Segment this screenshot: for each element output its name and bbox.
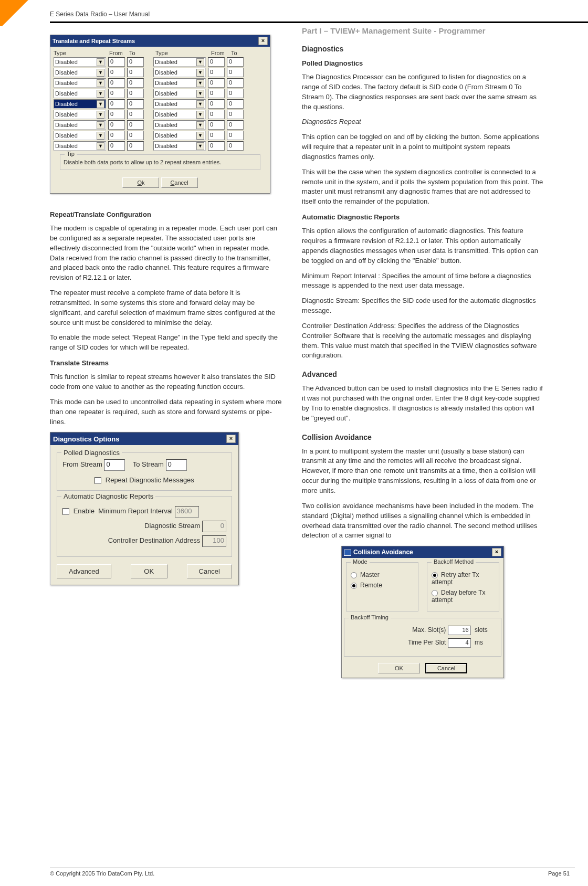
advanced-button[interactable]: Advanced: [57, 564, 111, 578]
from-input[interactable]: 0: [208, 110, 225, 119]
max-slot-label: Max. Slot(s): [383, 626, 446, 634]
type-dropdown[interactable]: Disabled▼: [153, 141, 206, 151]
to-input[interactable]: 0: [127, 99, 144, 109]
to-input[interactable]: 0: [227, 57, 244, 67]
chevron-down-icon: ▼: [196, 100, 204, 108]
type-dropdown[interactable]: Disabled▼: [54, 57, 106, 67]
type-dropdown[interactable]: Disabled▼: [153, 68, 206, 77]
ok-suffix: k: [142, 180, 145, 186]
type-dropdown[interactable]: Disabled▼: [54, 131, 106, 140]
type-dropdown[interactable]: Disabled▼: [54, 68, 106, 77]
to-input[interactable]: 0: [227, 78, 244, 88]
to-input[interactable]: 0: [127, 131, 144, 140]
from-input[interactable]: 0: [108, 110, 125, 119]
max-slot-input[interactable]: 16: [448, 626, 471, 635]
dialog-body: Type From To Type From To Disabled▼00Dis…: [50, 47, 270, 193]
type-dropdown[interactable]: Disabled▼: [153, 89, 206, 98]
cancel-button[interactable]: Cancel: [425, 663, 467, 673]
to-input[interactable]: 0: [127, 68, 144, 77]
from-input[interactable]: 0: [208, 68, 225, 77]
to-input[interactable]: 0: [227, 120, 244, 130]
time-per-slot-input[interactable]: 4: [448, 638, 471, 648]
type-dropdown[interactable]: Disabled▼: [153, 99, 206, 109]
to-input[interactable]: 0: [227, 141, 244, 151]
close-icon[interactable]: ×: [226, 435, 236, 443]
from-input[interactable]: 0: [208, 89, 225, 98]
close-icon[interactable]: ×: [258, 37, 268, 45]
type-dropdown[interactable]: Disabled▼: [153, 120, 206, 130]
to-input[interactable]: 0: [127, 120, 144, 130]
to-input[interactable]: 0: [127, 89, 144, 98]
to-input[interactable]: 0: [227, 99, 244, 109]
diagnostics-options-dialog: Diagnostics Options × Polled Diagnostics…: [50, 432, 239, 585]
to-input[interactable]: 0: [127, 110, 144, 119]
type-dropdown[interactable]: Disabled▼: [54, 78, 106, 88]
auto-p1: This option allows the configuration of …: [302, 226, 543, 266]
from-input[interactable]: 0: [108, 120, 125, 130]
diag-repeat-p2: This will be the case when the system di…: [302, 167, 543, 207]
from-input[interactable]: 0: [108, 99, 125, 109]
from-input[interactable]: 0: [208, 57, 225, 67]
from-input[interactable]: 0: [108, 141, 125, 151]
min-interval-input[interactable]: 3600: [175, 506, 199, 518]
stream-row: Disabled▼00Disabled▼00: [54, 130, 267, 141]
from-input[interactable]: 0: [108, 57, 125, 67]
backoff-timing-fieldset: Backoff Timing Max. Slot(s) 16 slots Tim…: [344, 618, 501, 657]
stream-row: Disabled▼00Disabled▼00: [54, 109, 267, 120]
to-stream-input[interactable]: 0: [166, 459, 187, 471]
header-type: Type: [54, 50, 109, 56]
enable-checkbox[interactable]: [62, 508, 69, 515]
to-input[interactable]: 0: [127, 141, 144, 151]
backoff-delay-radio[interactable]: [432, 590, 438, 596]
diagnostic-stream-input[interactable]: 0: [202, 521, 226, 532]
from-input[interactable]: 0: [208, 99, 225, 109]
ok-button[interactable]: OK: [131, 564, 167, 578]
type-dropdown[interactable]: Disabled▼: [54, 120, 106, 130]
dialog-title: Diagnostics Options: [53, 435, 119, 443]
mode-remote-radio[interactable]: [351, 583, 357, 589]
to-input[interactable]: 0: [127, 78, 144, 88]
type-dropdown[interactable]: Disabled▼: [54, 141, 106, 151]
diagnostic-stream-label: Diagnostic Stream: [144, 522, 200, 530]
controller-addr-input[interactable]: 100: [202, 535, 226, 547]
to-input[interactable]: 0: [227, 131, 244, 140]
from-input[interactable]: 0: [108, 131, 125, 140]
from-input[interactable]: 0: [108, 68, 125, 77]
from-input[interactable]: 0: [208, 131, 225, 140]
from-stream-input[interactable]: 0: [104, 459, 125, 471]
cancel-button[interactable]: Cancel: [187, 564, 232, 578]
type-dropdown[interactable]: Disabled▼: [54, 99, 106, 109]
collision-heading: Collision Avoidance: [302, 433, 543, 441]
chevron-down-icon: ▼: [196, 132, 204, 140]
ok-button[interactable]: OK: [378, 663, 420, 673]
to-input[interactable]: 0: [127, 57, 144, 67]
type-dropdown[interactable]: Disabled▼: [54, 110, 106, 119]
type-dropdown[interactable]: Disabled▼: [153, 57, 206, 67]
repeat-diagnostic-checkbox[interactable]: [94, 477, 101, 484]
controller-addr-label: Controller Destination Address: [108, 536, 201, 544]
to-input[interactable]: 0: [227, 68, 244, 77]
from-input[interactable]: 0: [108, 78, 125, 88]
app-icon: [344, 550, 351, 556]
chevron-down-icon: ▼: [196, 111, 204, 119]
type-dropdown[interactable]: Disabled▼: [153, 131, 206, 140]
mode-master-radio[interactable]: [351, 572, 357, 578]
from-input[interactable]: 0: [208, 120, 225, 130]
from-input[interactable]: 0: [108, 89, 125, 98]
type-value: Disabled: [155, 59, 177, 65]
close-icon[interactable]: ×: [492, 548, 501, 556]
from-input[interactable]: 0: [208, 78, 225, 88]
cancel-button[interactable]: Cancel: [161, 177, 198, 188]
type-dropdown[interactable]: Disabled▼: [153, 78, 206, 88]
type-dropdown[interactable]: Disabled▼: [153, 110, 206, 119]
type-dropdown[interactable]: Disabled▼: [54, 89, 106, 98]
dialog-title: Collision Avoidance: [353, 549, 413, 556]
to-stream-label: To Stream: [133, 460, 164, 468]
to-input[interactable]: 0: [227, 110, 244, 119]
to-input[interactable]: 0: [227, 89, 244, 98]
from-input[interactable]: 0: [208, 141, 225, 151]
backoff-retry-radio[interactable]: [432, 572, 438, 578]
ok-button[interactable]: Ok: [122, 177, 159, 188]
diagnostics-heading: Diagnostics: [302, 45, 543, 53]
translate-p2: This mode can be used to uncontrolled da…: [50, 397, 284, 427]
